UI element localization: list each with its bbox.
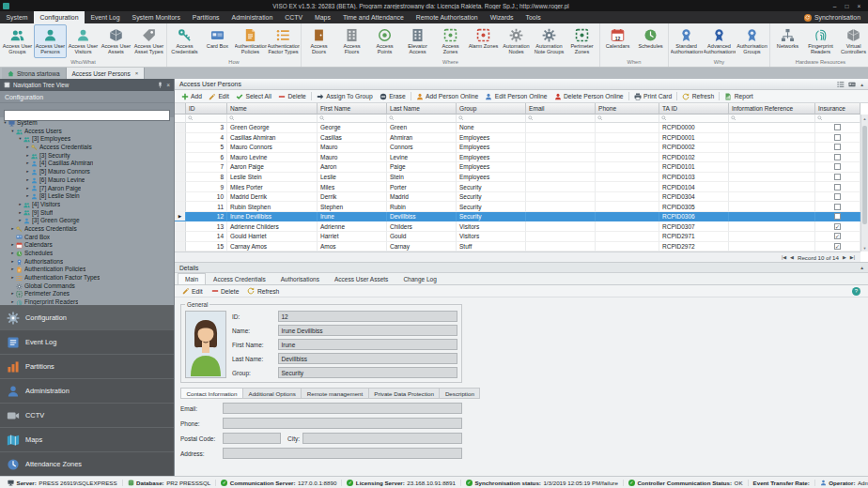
tree-expander-icon[interactable]: ▸ <box>9 241 16 250</box>
filter-cell-ta-id[interactable] <box>659 114 729 123</box>
ribbon-button-alarm-zones[interactable]: Alarm Zones <box>467 24 500 58</box>
record-next-icon[interactable]: ▶ <box>843 254 846 260</box>
sidebar-close-icon[interactable]: × <box>166 82 170 88</box>
ribbon-button-elevator-access-points[interactable]: Elevator Access Points <box>401 24 434 58</box>
row-selector-cell[interactable] <box>175 192 186 203</box>
tree-expander-icon[interactable]: ▸ <box>17 209 23 218</box>
vertical-scrollbar[interactable]: ▲ ▼ <box>860 114 868 252</box>
document-tab-strona-startowa[interactable]: Strona startowa <box>2 68 67 79</box>
menu-tab-time-and-attendance[interactable]: Time and Attendance <box>336 11 410 23</box>
tree-expander-icon[interactable]: ▸ <box>9 266 16 274</box>
table-row[interactable]: 15Carnay AmosAmosCarnayStuffRCPID2972✓ <box>175 242 860 252</box>
details-toolbar-refresh[interactable]: Refresh <box>244 285 283 297</box>
tree-expander-icon[interactable]: ▸ <box>9 225 16 234</box>
tree-expander-icon[interactable]: ▾ <box>9 128 16 136</box>
tree-expander-icon[interactable]: ▸ <box>9 258 16 267</box>
row-selector-cell[interactable]: ▶ <box>175 212 186 222</box>
grid-column-header-last-name[interactable]: Last Name <box>387 103 457 114</box>
tree-item-calendars[interactable]: ▸Calendars <box>0 241 174 250</box>
table-row[interactable]: 7Aaron PaigeAaronPaigeEmployeesRCPID0101 <box>175 162 860 173</box>
toolbar-button-refresh[interactable]: Refresh <box>679 91 718 102</box>
insurance-checkbox[interactable] <box>834 144 841 150</box>
insurance-checkbox[interactable] <box>834 193 841 200</box>
scroll-up-icon[interactable]: ▲ <box>861 114 868 122</box>
menu-tab-wizards[interactable]: Wizards <box>484 11 519 23</box>
table-row[interactable]: 5Mauro ConnorsMauroConnorsEmployeesRCPID… <box>175 143 860 153</box>
tree-item-7-aaron-paige[interactable]: ▸[7] Aaron Paige <box>0 185 174 193</box>
ribbon-button-calendars[interactable]: 12Calendars <box>601 24 634 58</box>
tree-expander-icon[interactable]: ▸ <box>24 168 31 176</box>
toolbar-button-select-all[interactable]: Select All <box>232 91 274 102</box>
toolbar-button-edit[interactable]: Edit <box>205 91 232 102</box>
tree-expander-icon[interactable]: ▸ <box>24 176 31 185</box>
ribbon-button-automation-note-groups[interactable]: Automation Note Groups <box>533 24 566 58</box>
insurance-checkbox[interactable]: ✓ <box>834 243 841 250</box>
ribbon-button-virtual-controllers[interactable]: Virtual Controllers <box>837 24 868 58</box>
tree-expander-icon[interactable]: ▸ <box>24 144 31 152</box>
toolbar-button-erase[interactable]: Erase <box>376 91 409 102</box>
row-selector-cell[interactable] <box>175 123 186 133</box>
row-selector-cell[interactable] <box>175 173 186 183</box>
synchronisation-button[interactable]: Synchronisation <box>797 11 868 23</box>
details-tab-authorisations[interactable]: Authorisations <box>273 273 327 284</box>
sidebar-item-partitions[interactable]: Partitions <box>0 354 174 378</box>
insurance-checkbox[interactable] <box>834 154 841 160</box>
scrollbar-thumb[interactable] <box>862 126 867 224</box>
contact-field-value[interactable] <box>223 403 462 414</box>
toolbar-button-edit-person-online[interactable]: Edit Person Online <box>482 91 550 102</box>
details-collapse-icon[interactable]: ▴ <box>860 265 863 270</box>
toolbar-button-delete[interactable]: Delete <box>274 91 309 102</box>
row-selector-cell[interactable] <box>175 202 186 212</box>
row-selector-cell[interactable] <box>175 182 186 192</box>
ribbon-button-fingerprint-readers[interactable]: Fingerprint Readers <box>804 24 837 58</box>
row-selector-cell[interactable] <box>175 133 186 144</box>
grid-column-header-first-name[interactable]: First Name <box>318 103 387 114</box>
ribbon-button-authentication-factor-types[interactable]: Authentication Factor Types <box>267 24 300 58</box>
row-selector-cell[interactable] <box>175 143 186 153</box>
table-row[interactable]: 4Casillas AhmiranCasillasAhmiranEmployee… <box>175 133 860 144</box>
tree-item-authentication-policies[interactable]: ▸Authentication Policies <box>0 266 174 274</box>
menu-tab-system[interactable]: System <box>0 11 34 23</box>
record-prev-icon[interactable]: ◀ <box>790 254 794 260</box>
insurance-checkbox[interactable] <box>834 163 841 170</box>
details-toolbar-edit[interactable]: Edit <box>178 285 206 297</box>
sidebar-item-attendance-zones[interactable]: Attendance Zones <box>0 451 174 476</box>
field-value[interactable]: Irune <box>278 339 457 350</box>
menu-tab-configuration[interactable]: Configuration <box>34 11 85 23</box>
row-selector-cell[interactable] <box>175 153 186 163</box>
insurance-checkbox[interactable] <box>834 204 841 210</box>
contact-field-value[interactable] <box>302 433 462 444</box>
grid-column-header-group[interactable]: Group <box>457 103 526 114</box>
toolbar-button-report[interactable]: Report <box>721 91 757 102</box>
tree-expander-icon[interactable]: ▸ <box>17 217 23 225</box>
details-subtab-description[interactable]: Description <box>440 388 480 399</box>
insurance-checkbox[interactable]: ✓ <box>834 233 841 239</box>
details-toolbar-delete[interactable]: Delete <box>208 285 242 297</box>
ribbon-button-access-user-visitors[interactable]: Access User Visitors <box>67 24 100 58</box>
table-row[interactable]: 13Adrienne ChildersAdrienneChildersVisit… <box>175 221 860 232</box>
help-icon[interactable]: ? <box>852 287 860 296</box>
insurance-checkbox[interactable] <box>834 213 841 220</box>
insurance-checkbox[interactable]: ✓ <box>834 223 841 230</box>
filter-cell-last-name[interactable] <box>387 114 457 123</box>
details-tab-access-credentials[interactable]: Access Credentials <box>206 273 273 284</box>
tree-item-fingerprint-readers[interactable]: ▸Fingerprint Readers <box>0 298 174 305</box>
sidebar-item-cctv[interactable]: CCTV <box>0 403 174 427</box>
table-row[interactable]: 3Green GeorgeGeorgeGreenNoneRCPID0000 <box>175 123 860 133</box>
close-icon[interactable]: × <box>853 3 865 9</box>
ribbon-button-perimeter-zones[interactable]: Perimeter Zones <box>566 24 598 58</box>
filter-cell-id[interactable] <box>186 114 227 123</box>
record-first-icon[interactable]: |◀ <box>782 254 786 260</box>
sidebar-item-maps[interactable]: Maps <box>0 427 174 451</box>
tree-expander-icon[interactable]: ▸ <box>24 152 31 160</box>
grid-column-header-name[interactable]: Name <box>227 103 318 114</box>
tree-item-card-box[interactable]: Card Box <box>0 234 174 242</box>
pin-icon[interactable] <box>157 82 163 88</box>
menu-tab-partitions[interactable]: Partitions <box>186 11 225 23</box>
ribbon-button-automation-nodes[interactable]: Automation Nodes <box>500 24 533 58</box>
menu-tab-remote-authorisation[interactable]: Remote Authorisation <box>410 11 484 23</box>
filter-cell-group[interactable] <box>457 114 526 123</box>
table-row[interactable]: 10Madrid DerrikDerrikMadridSecurityRCPID… <box>175 192 860 203</box>
toolbar-button-print-card[interactable]: Print Card <box>630 91 675 102</box>
details-tab-change-log[interactable]: Change Log <box>395 273 443 284</box>
